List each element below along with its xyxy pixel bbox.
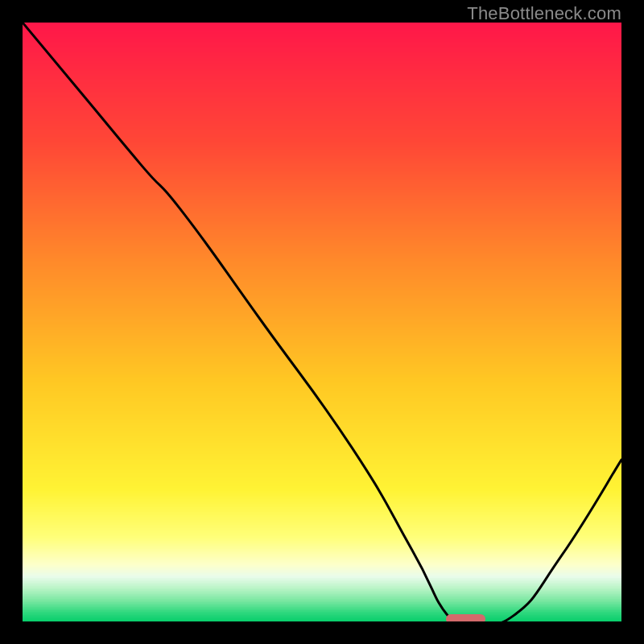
plot-area: [23, 23, 621, 621]
curve-path: [23, 23, 621, 621]
bottleneck-curve: [23, 23, 621, 621]
chart-frame: TheBottleneck.com: [0, 0, 644, 644]
optimal-marker: [446, 614, 485, 621]
watermark-text: TheBottleneck.com: [467, 3, 621, 24]
